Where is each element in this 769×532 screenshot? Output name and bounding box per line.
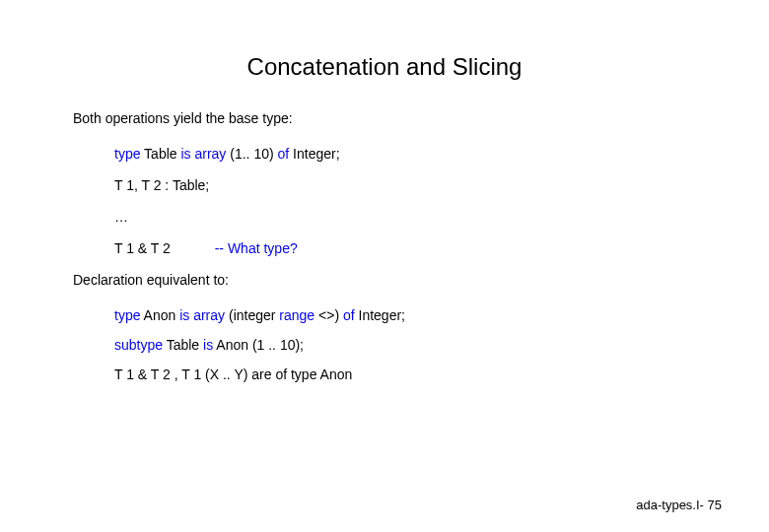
subtype-rest: Anon (1 .. 10); xyxy=(213,337,304,353)
slide-title: Concatenation and Slicing xyxy=(0,0,769,110)
table-ident: Table xyxy=(140,146,180,162)
ellipsis-line: … xyxy=(114,209,710,225)
code1-int: Integer; xyxy=(289,146,339,162)
code-block-2: type Anon is array (integer range <>) of… xyxy=(73,307,710,382)
keyword-type: type xyxy=(114,146,140,162)
subtype-name: Table xyxy=(163,337,203,353)
content-area: Both operations yield the base type: typ… xyxy=(0,110,769,382)
keyword-is-array2: is array xyxy=(179,307,225,323)
anon-range: (integer xyxy=(225,307,279,323)
code1-range: (1.. 10) xyxy=(226,146,277,162)
keyword-of: of xyxy=(278,146,290,162)
code-block-1: type Table is array (1.. 10) of Integer;… xyxy=(73,146,710,256)
anon-int: Integer; xyxy=(355,307,405,323)
keyword-type2: type xyxy=(114,307,140,323)
subtype-line: subtype Table is Anon (1 .. 10); xyxy=(114,337,710,353)
decl-equiv-text: Declaration equivalent to: xyxy=(73,272,710,288)
page-footer: ada-types.I- 75 xyxy=(636,498,722,512)
concat-expr: T 1 & T 2 xyxy=(114,240,203,256)
keyword-is2: is xyxy=(203,337,213,353)
concat-comment: -- What type? xyxy=(215,240,298,256)
anon-diamond: <>) xyxy=(315,307,343,323)
concat-line: T 1 & T 2 -- What type? xyxy=(114,240,710,256)
keyword-subtype: subtype xyxy=(114,337,163,353)
type-table-line: type Table is array (1.. 10) of Integer; xyxy=(114,146,710,162)
anon-ident: Anon xyxy=(140,307,179,323)
intro-text: Both operations yield the base type: xyxy=(73,110,710,126)
var-decl-line: T 1, T 2 : Table; xyxy=(114,177,710,193)
keyword-range: range xyxy=(279,307,315,323)
keyword-of2: of xyxy=(343,307,355,323)
anon-conclusion-line: T 1 & T 2 , T 1 (X .. Y) are of type Ano… xyxy=(114,366,710,382)
anon-type-line: type Anon is array (integer range <>) of… xyxy=(114,307,710,323)
keyword-is-array: is array xyxy=(180,146,226,162)
